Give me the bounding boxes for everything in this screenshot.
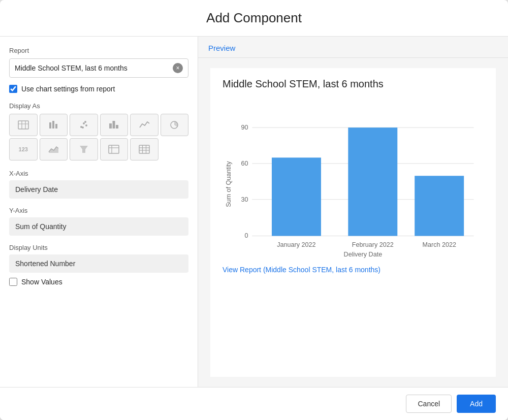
- chart-svg: 0 30 60 90 Sum of Quantity: [223, 98, 484, 261]
- svg-text:30: 30: [241, 196, 248, 203]
- svg-text:January 2022: January 2022: [277, 241, 315, 248]
- display-bar-chart-button[interactable]: [40, 114, 68, 136]
- svg-text:March 2022: March 2022: [422, 241, 456, 248]
- svg-text:February 2022: February 2022: [352, 241, 394, 248]
- left-panel: Report Middle School STEM, last 6 months…: [0, 37, 198, 387]
- svg-text:Delivery Date: Delivery Date: [344, 251, 383, 258]
- show-values-row: Show Values: [9, 278, 188, 286]
- display-table-button[interactable]: [9, 114, 38, 136]
- display-as-grid: 123: [9, 114, 188, 160]
- svg-text:60: 60: [241, 160, 248, 167]
- chart-title: Middle School STEM, last 6 months: [223, 78, 484, 90]
- display-grid-button[interactable]: [130, 138, 158, 160]
- add-button[interactable]: Add: [457, 395, 496, 413]
- y-axis-value: Sum of Quantity: [9, 217, 188, 236]
- preview-header: Preview: [198, 37, 508, 58]
- display-units-value: Shortened Number: [9, 254, 188, 273]
- display-number-button[interactable]: 123: [9, 138, 38, 160]
- add-component-modal: Add Component Report Middle School STEM,…: [0, 0, 508, 420]
- modal-footer: Cancel Add: [0, 387, 508, 420]
- cancel-button[interactable]: Cancel: [406, 395, 452, 413]
- bar-mar: [415, 176, 464, 236]
- bar-jan: [272, 157, 321, 236]
- preview-inner: Middle School STEM, last 6 months: [198, 58, 508, 387]
- svg-rect-18: [109, 145, 119, 153]
- svg-rect-14: [116, 125, 118, 128]
- report-label: Report: [9, 47, 188, 54]
- y-axis-label: Y-Axis: [9, 207, 188, 214]
- display-scatter-button[interactable]: [70, 114, 98, 136]
- svg-text:Sum of Quantity: Sum of Quantity: [225, 161, 232, 207]
- svg-point-11: [84, 121, 86, 123]
- svg-text:0: 0: [244, 232, 248, 239]
- report-value: Middle School STEM, last 6 months: [15, 64, 173, 72]
- svg-rect-12: [109, 123, 112, 128]
- modal-body: Report Middle School STEM, last 6 months…: [0, 37, 508, 387]
- svg-rect-5: [52, 121, 54, 128]
- display-pie-chart-button[interactable]: [161, 114, 189, 136]
- modal-header: Add Component: [0, 0, 508, 37]
- preview-content: Middle School STEM, last 6 months: [210, 68, 496, 377]
- display-as-label: Display As: [9, 102, 188, 110]
- display-funnel-button[interactable]: [70, 138, 98, 160]
- report-input-row: Middle School STEM, last 6 months ×: [9, 58, 188, 78]
- right-panel: Preview Middle School STEM, last 6 month…: [198, 37, 508, 387]
- show-values-checkbox[interactable]: [9, 278, 17, 286]
- chart-area: 0 30 60 90 Sum of Quantity: [223, 98, 484, 261]
- svg-marker-17: [80, 146, 88, 153]
- svg-point-10: [82, 126, 84, 128]
- x-axis-label: X-Axis: [9, 170, 188, 177]
- display-column-chart-button[interactable]: [100, 114, 129, 136]
- bar-feb: [348, 127, 397, 236]
- svg-rect-0: [18, 121, 28, 129]
- svg-point-8: [83, 122, 85, 124]
- use-chart-settings-checkbox[interactable]: [9, 85, 17, 93]
- show-values-label[interactable]: Show Values: [21, 278, 62, 286]
- report-clear-button[interactable]: ×: [173, 63, 183, 73]
- x-axis-value: Delivery Date: [9, 180, 188, 199]
- svg-text:90: 90: [241, 124, 248, 131]
- svg-rect-4: [49, 122, 51, 128]
- svg-rect-21: [139, 145, 149, 153]
- display-pivot-button[interactable]: [100, 138, 129, 160]
- svg-rect-6: [55, 124, 57, 128]
- svg-point-9: [85, 124, 87, 126]
- use-chart-settings-label[interactable]: Use chart settings from report: [21, 85, 115, 93]
- display-line-chart-button[interactable]: [130, 114, 158, 136]
- modal-title: Add Component: [10, 10, 498, 26]
- display-units-label: Display Units: [9, 244, 188, 251]
- use-chart-settings-row: Use chart settings from report: [9, 85, 188, 93]
- svg-rect-13: [113, 121, 115, 128]
- view-report-link[interactable]: View Report (Middle School STEM, last 6 …: [223, 266, 380, 274]
- display-area-chart-button[interactable]: [40, 138, 68, 160]
